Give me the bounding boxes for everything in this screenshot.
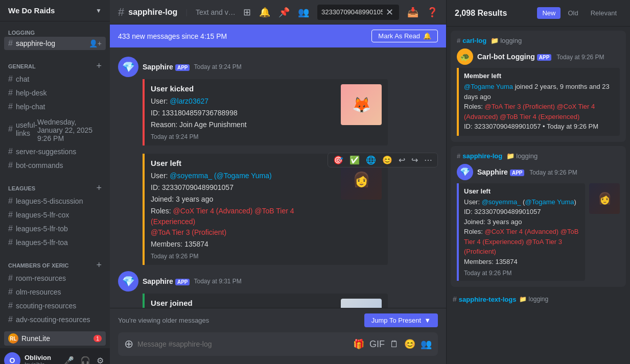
jump-to-present-button[interactable]: Jump To Present ▼ (364, 313, 438, 327)
deafen-button[interactable]: 🎧 (78, 355, 92, 365)
channel-label: sapphire-log (16, 39, 55, 47)
message-input[interactable] (137, 340, 349, 348)
app-tag: APP (537, 54, 552, 61)
result-embed-title: User left (464, 187, 580, 195)
banner-text: 433 new messages since 4:15 PM (118, 32, 227, 40)
gif-icon[interactable]: GIF (369, 339, 385, 350)
sidebar-item-server-suggestions[interactable]: # server-suggestions (4, 145, 106, 158)
action-reply-icon[interactable]: ↩ (396, 154, 407, 166)
result-hash-icon: # (457, 37, 460, 44)
result-channel-name[interactable]: sapphire-text-logs (459, 296, 517, 303)
sidebar-item-scouting-resources[interactable]: # scouting-resources (4, 299, 106, 312)
embed-field-id: ID: 323307090489901057 (151, 182, 335, 193)
hash-icon: # (8, 75, 13, 84)
turtle-icon: 🐢 (460, 52, 470, 62)
result-channel-name[interactable]: sapphire-log (462, 152, 502, 160)
sidebar-item-help-chat[interactable]: # help-chat (4, 100, 106, 113)
channel-label: help-desk (16, 89, 47, 97)
notifications-icon[interactable]: 🔔 (259, 7, 270, 18)
embed-field-members: Members: 135874 (151, 239, 335, 250)
gift-icon[interactable]: 🎁 (353, 338, 364, 350)
message-group: 💎 SapphireAPP Today at 9:31 PM User join… (110, 270, 446, 308)
embed-field-roles: Roles: @CoX Tier 4 (Advanced) @ToB Tier … (151, 206, 335, 238)
hash-icon: # (8, 39, 13, 48)
channel-label: leagues-5-lfr-toa (16, 238, 68, 247)
search-clear-button[interactable]: ✕ (386, 7, 393, 18)
result-thumbnail: 👩 (589, 183, 620, 214)
result-channel-label: # sapphire-log 📁 logging (457, 152, 620, 160)
search-results[interactable]: # carl-log 📁 logging 🐢 Carl-bot LoggingA… (447, 27, 630, 364)
search-input[interactable] (321, 8, 383, 16)
result-channel-name[interactable]: carl-log (462, 37, 486, 44)
channel-label: leagues-5-lfr-cox (16, 211, 69, 219)
sidebar-item-sapphire-log[interactable]: # sapphire-log 👤+ (4, 37, 106, 50)
sticker-icon[interactable]: 🗒 (390, 339, 399, 350)
sidebar-item-leagues-5-lfr-tob[interactable]: # leagues-5-lfr-tob (4, 222, 106, 235)
result-time: Today at 9:26 PM (529, 169, 577, 176)
user-joined-embed: User joined User: @dammysumsum (@DammySu… (143, 294, 388, 308)
header-separator: | (185, 8, 188, 16)
channel-label: adv-scouting-resources (16, 316, 90, 324)
user-left-embed: User left User: @soyemma_ (@Togame Yuma)… (143, 154, 388, 265)
sidebar-item-useful-links[interactable]: # useful-links Wednesday, January 22, 20… (4, 114, 106, 144)
sidebar-item-olm-resources[interactable]: # olm-resources (4, 285, 106, 299)
add-leagues-channel-button[interactable]: + (96, 183, 102, 193)
action-check-icon[interactable]: ✅ (347, 154, 362, 166)
hash-icon: # (8, 287, 13, 297)
channel-label: room-resources (16, 274, 66, 282)
user-area: O Oblivion Invisible 🎤 🎧 ⚙ (0, 348, 110, 364)
inbox-icon[interactable]: 📥 (407, 7, 418, 18)
result-author-info: SapphireAPP Today at 9:26 PM (477, 168, 577, 176)
emoji-icon[interactable]: 😊 (404, 338, 415, 350)
message-group: 💎 SapphireAPP Today at 9:24 PM User kick… (110, 56, 446, 149)
sidebar-item-bot-commands[interactable]: # bot-commands (4, 159, 106, 172)
sidebar-item-leagues-5-lfr-toa[interactable]: # leagues-5-lfr-toa (4, 236, 106, 249)
action-more-icon[interactable]: ⋯ (422, 154, 434, 166)
chambers-section-header: CHAMBERS OF XERIC + (4, 260, 106, 271)
embed-footer-time: Today at 9:26 PM (151, 253, 335, 260)
sidebar-item-chat[interactable]: # chat (4, 72, 106, 86)
channel-label: leagues-5-discussion (16, 197, 83, 205)
add-member-icon[interactable]: 👤+ (89, 39, 102, 47)
embed-with-thumbnail: User joined User: @dammysumsum (@DammySu… (151, 299, 382, 308)
folder-icon: 📁 (491, 37, 499, 44)
apps-icon[interactable]: 👥 (421, 338, 432, 350)
sidebar-item-help-desk[interactable]: # help-desk (4, 86, 106, 100)
sidebar-item-room-resources[interactable]: # room-resources (4, 272, 106, 285)
sidebar-item-adv-scouting-resources[interactable]: # adv-scouting-resources (4, 313, 106, 326)
action-target-icon[interactable]: 🎯 (331, 154, 345, 166)
sidebar-item-leagues-5-lfr-cox[interactable]: # leagues-5-lfr-cox (4, 208, 106, 222)
add-attachment-button[interactable]: ⊕ (124, 337, 133, 351)
folder-icon: 📁 (519, 296, 527, 303)
search-result-item: # sapphire-log 📁 logging 💎 SapphireAPP T… (451, 146, 626, 287)
sidebar-item-runelit[interactable]: RL RuneLite 1 (4, 331, 106, 346)
tab-new[interactable]: New (537, 7, 561, 19)
action-emoji-icon[interactable]: 😊 (380, 154, 394, 166)
channel-label: server-suggestions (16, 148, 76, 156)
mark-as-read-button[interactable]: Mark As Read 🔔 (371, 30, 438, 42)
search-bar[interactable]: ✕ (317, 5, 399, 20)
help-icon[interactable]: ❓ (427, 7, 438, 18)
embed-with-thumbnail: User kicked User: @larz03627 ID: 1331804… (151, 84, 382, 140)
add-channel-button[interactable]: + (96, 61, 102, 71)
date-tooltip: Wednesday, January 22, 2025 9:26 PM (37, 118, 102, 142)
bot-avatar: 💎 (118, 57, 138, 77)
settings-button[interactable]: ⚙ (95, 355, 106, 365)
tab-relevant[interactable]: Relevant (586, 7, 622, 19)
members-icon[interactable]: 👥 (298, 7, 309, 18)
embed-field-user: User: @larz03627 (151, 96, 335, 107)
action-forward-icon[interactable]: ↪ (409, 154, 420, 166)
messages-area[interactable]: 💎 SapphireAPP Today at 9:24 PM User kick… (110, 47, 446, 308)
main-content: # sapphire-log | Text and voice sapphire… (110, 0, 446, 364)
threads-icon[interactable]: ⊞ (243, 7, 251, 18)
result-hash-icon: # (457, 152, 460, 160)
pin-icon[interactable]: 📌 (278, 7, 290, 18)
server-header[interactable]: We Do Raids ▼ (0, 0, 110, 21)
action-web-icon[interactable]: 🌐 (364, 154, 378, 166)
mute-button[interactable]: 🎤 (62, 355, 76, 365)
leagues-section-label: LEAGUES (8, 185, 35, 191)
add-chambers-channel-button[interactable]: + (96, 260, 102, 271)
right-panel: 2,098 Results New Old Relevant # carl-lo… (446, 0, 630, 364)
sidebar-item-leagues-5-discussion[interactable]: # leagues-5-discussion (4, 195, 106, 208)
tab-old[interactable]: Old (563, 7, 583, 19)
